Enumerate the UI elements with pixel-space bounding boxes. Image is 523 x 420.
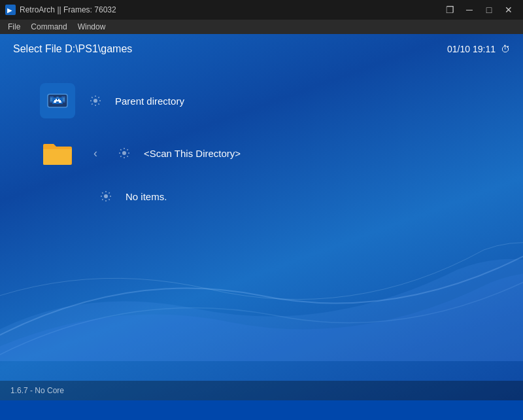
retroarch-app-icon bbox=[39, 82, 76, 119]
title-left: ▶ RetroArch || Frames: 76032 bbox=[5, 5, 116, 15]
status-bar: 1.6.7 - No Core bbox=[0, 381, 523, 400]
restore-button[interactable]: ❐ bbox=[441, 3, 459, 17]
svg-rect-13 bbox=[55, 101, 56, 103]
svg-text:▶: ▶ bbox=[7, 7, 12, 14]
datetime-area: 01/10 19:11 ⏱ bbox=[447, 44, 510, 54]
list-item[interactable]: Parent directory bbox=[39, 75, 484, 127]
title-text: RetroArch || Frames: 76032 bbox=[20, 5, 116, 14]
app-icon: ▶ bbox=[5, 5, 16, 15]
maximize-button[interactable]: □ bbox=[480, 3, 498, 17]
version-text: 1.6.7 - No Core bbox=[10, 386, 64, 395]
header-bar: Select File D:\PS1\games 01/10 19:11 ⏱ bbox=[0, 34, 523, 61]
menu-bar: File Command Window bbox=[0, 20, 523, 34]
list-item: No items. bbox=[39, 179, 484, 213]
parent-dir-gear-icon bbox=[86, 92, 105, 110]
close-button[interactable]: ✕ bbox=[499, 3, 518, 17]
file-list: Parent directory ‹ <Scan This Directory> bbox=[0, 61, 523, 226]
main-content: Select File D:\PS1\games 01/10 19:11 ⏱ bbox=[0, 34, 523, 400]
svg-rect-16 bbox=[60, 101, 61, 103]
svg-rect-11 bbox=[58, 99, 59, 100]
svg-rect-10 bbox=[56, 99, 57, 100]
select-file-label: Select File D:\PS1\games bbox=[13, 43, 132, 55]
svg-rect-15 bbox=[54, 101, 55, 103]
parent-dir-label: Parent directory bbox=[115, 96, 184, 107]
svg-point-19 bbox=[104, 194, 108, 198]
window-menu[interactable]: Window bbox=[73, 21, 111, 33]
clock-icon: ⏱ bbox=[501, 44, 510, 54]
folder-icon bbox=[39, 135, 76, 171]
datetime-text: 01/10 19:11 bbox=[447, 44, 496, 54]
title-bar: ▶ RetroArch || Frames: 76032 ❐ ─ □ ✕ bbox=[0, 0, 523, 20]
no-items-gear-icon bbox=[97, 187, 115, 205]
svg-point-18 bbox=[122, 151, 126, 155]
scan-dir-gear-icon bbox=[115, 144, 133, 162]
minimize-button[interactable]: ─ bbox=[460, 3, 479, 17]
file-menu[interactable]: File bbox=[3, 21, 25, 33]
title-controls: ❐ ─ □ ✕ bbox=[441, 3, 518, 17]
svg-point-17 bbox=[93, 99, 97, 103]
command-menu[interactable]: Command bbox=[25, 21, 72, 33]
list-item[interactable]: ‹ <Scan This Directory> bbox=[39, 127, 484, 179]
scan-dir-label: <Scan This Directory> bbox=[144, 148, 241, 159]
scan-dir-chevron-icon: ‹ bbox=[86, 144, 105, 162]
svg-rect-12 bbox=[54, 100, 61, 101]
svg-rect-14 bbox=[59, 101, 60, 103]
no-items-label: No items. bbox=[126, 191, 167, 202]
